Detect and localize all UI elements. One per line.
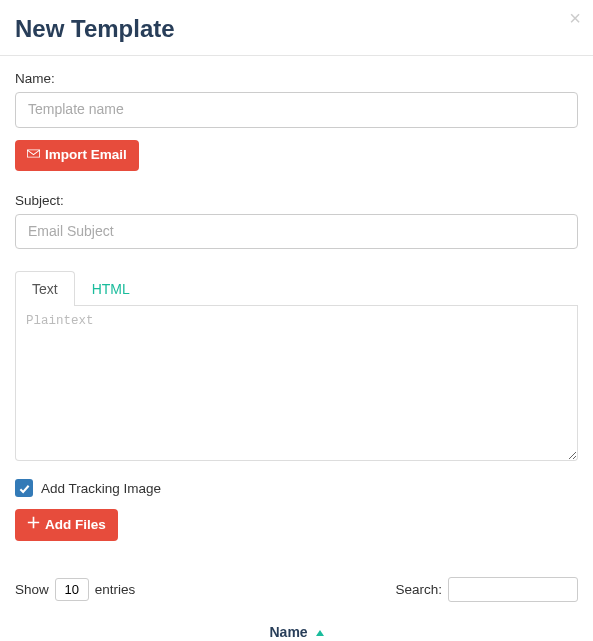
- name-label: Name:: [15, 71, 578, 86]
- table-controls: Show entries Search:: [15, 577, 578, 602]
- modal-body: Name: Import Email Subject: Text HTML Ad…: [0, 56, 593, 641]
- sort-asc-icon: [316, 630, 324, 636]
- column-name-label: Name: [269, 624, 307, 640]
- show-label: Show: [15, 582, 49, 597]
- search-input[interactable]: [448, 577, 578, 602]
- modal-title: New Template: [15, 15, 578, 43]
- subject-label: Subject:: [15, 193, 578, 208]
- entries-length: Show entries: [15, 578, 135, 601]
- plus-icon: [27, 516, 40, 533]
- subject-input[interactable]: [15, 214, 578, 250]
- name-input[interactable]: [15, 92, 578, 128]
- tracking-label: Add Tracking Image: [41, 481, 161, 496]
- search-label: Search:: [395, 582, 442, 597]
- table-header-row: Name: [15, 616, 578, 641]
- envelope-icon: [27, 147, 40, 164]
- entries-count-input[interactable]: [55, 578, 89, 601]
- tracking-checkbox[interactable]: [15, 479, 33, 497]
- import-email-button[interactable]: Import Email: [15, 140, 139, 171]
- table-search: Search:: [395, 577, 578, 602]
- check-icon: [19, 483, 30, 494]
- tab-text[interactable]: Text: [15, 271, 75, 306]
- entries-label: entries: [95, 582, 136, 597]
- editor-tabs: Text HTML: [15, 271, 578, 306]
- plaintext-textarea[interactable]: [15, 306, 578, 461]
- new-template-modal: New Template × Name: Import Email Subjec…: [0, 0, 593, 641]
- import-email-label: Import Email: [45, 147, 127, 163]
- add-files-label: Add Files: [45, 517, 106, 533]
- column-header-name[interactable]: Name: [15, 616, 578, 641]
- close-icon: ×: [569, 7, 581, 29]
- tab-html[interactable]: HTML: [75, 271, 147, 306]
- files-table: Name No data available in table: [15, 616, 578, 641]
- close-button[interactable]: ×: [569, 8, 581, 28]
- tracking-row: Add Tracking Image: [15, 479, 578, 497]
- add-files-button[interactable]: Add Files: [15, 509, 118, 540]
- modal-header: New Template ×: [0, 0, 593, 56]
